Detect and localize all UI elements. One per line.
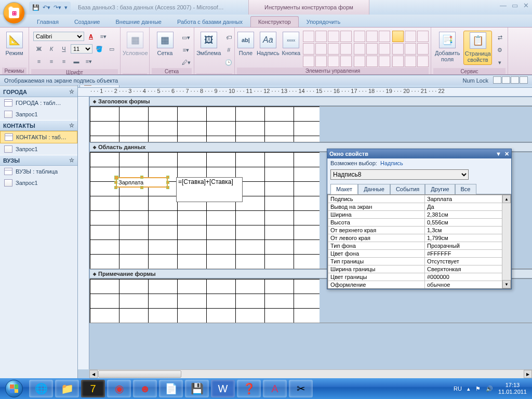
taskbar-app4[interactable]: 📄 [159, 380, 183, 397]
property-tab[interactable]: Макет [330, 184, 358, 194]
taskbar-app3[interactable]: ☻ [133, 380, 157, 397]
label-control-button[interactable]: AaНадпись [257, 31, 280, 65]
property-tab[interactable]: Другие [425, 184, 455, 194]
logo-button[interactable]: 🖼Эмблема [196, 31, 221, 65]
undo-icon[interactable]: ↶▾ [43, 4, 50, 11]
property-grid[interactable]: ПодписьЗарплатаВывод на экранДаШирина2,3… [327, 194, 511, 289]
bold-icon[interactable]: Ж [33, 43, 45, 55]
property-sheet-title-bar[interactable]: Окно свойств▼✕ [327, 149, 511, 158]
nav-item[interactable]: Запрос1 [0, 177, 77, 189]
minimize-button[interactable]: ― [500, 2, 507, 9]
horizontal-scrollbar[interactable]: ◀▶ [89, 369, 532, 378]
align-right-icon[interactable]: ≡ [58, 56, 70, 67]
nav-category[interactable]: КОНТАКТЫ☆ [0, 120, 77, 131]
pagenum-icon[interactable]: # [223, 44, 234, 56]
align-center-icon[interactable]: ≡ [46, 56, 57, 67]
taskbar-save[interactable]: 💾 [185, 380, 209, 397]
nav-category[interactable]: ВУЗЫ☆ [0, 155, 77, 166]
fill-color-icon[interactable]: 🪣 [94, 43, 105, 55]
taskbar-word[interactable]: W [211, 380, 235, 397]
taskbar-explorer[interactable]: 📁 [55, 380, 79, 397]
tray-chevron-icon[interactable]: ▴ [467, 385, 470, 392]
align-left-icon[interactable]: ≡ [33, 56, 45, 67]
subform-icon[interactable]: ▾ [494, 57, 506, 68]
prop-value[interactable]: Зарплата [425, 195, 511, 203]
font-color-icon[interactable]: A [85, 31, 97, 42]
form-header-section-bar[interactable]: Заголовок формы [89, 97, 532, 106]
object-selector[interactable]: Надпись8 [330, 169, 469, 180]
underline-icon[interactable]: Ч [58, 43, 70, 55]
grid-style-icon[interactable]: ≡▾ [180, 44, 192, 56]
prop-value[interactable]: #000000 [425, 273, 511, 281]
nav-category[interactable]: ГОРОДА☆ [0, 86, 77, 97]
view-button[interactable]: 📐Режим [2, 31, 26, 65]
ribbon-tab[interactable]: Главная [29, 16, 66, 27]
prop-value[interactable]: Прозрачный [425, 242, 511, 250]
nav-item[interactable]: Запрос1 [0, 143, 77, 155]
dropdown-icon[interactable]: ▼ [496, 151, 501, 157]
close-icon[interactable]: ✕ [504, 151, 509, 157]
redo-icon[interactable]: ↷▾ [54, 4, 61, 11]
start-button[interactable] [0, 378, 28, 399]
grid-color-icon[interactable]: 🖊▾ [180, 57, 192, 68]
property-tab[interactable]: События [390, 184, 425, 194]
prop-value[interactable]: 1,3см [425, 227, 511, 234]
font-name-select[interactable]: Calibri [33, 32, 84, 41]
action-center-icon[interactable]: ⚑ [475, 385, 481, 392]
taskbar-app1[interactable]: 7 [81, 380, 105, 397]
textbox-control-button[interactable]: ab|Поле [237, 31, 255, 65]
code-icon[interactable]: ⚙ [494, 44, 506, 56]
prop-value[interactable]: 2,381см [425, 211, 511, 219]
close-button[interactable]: ✕ [523, 2, 529, 9]
ribbon-tab[interactable]: Конструктор [250, 16, 299, 27]
prop-value[interactable]: 1,799см [425, 234, 511, 242]
taskbar-app2[interactable]: ◉ [107, 380, 131, 397]
line-style-icon[interactable]: ≡▾ [83, 56, 95, 67]
taskbar-help[interactable]: ❓ [237, 380, 261, 397]
add-fields-button[interactable]: 📑Добавить поля [433, 31, 461, 65]
taskbar-ie[interactable]: 🌐 [29, 380, 53, 397]
nav-item[interactable]: ВУЗЫ : таблица [0, 166, 77, 177]
italic-icon[interactable]: К [46, 43, 57, 55]
clock[interactable]: 17:1311.01.2011 [498, 382, 527, 395]
volume-icon[interactable]: 🔊 [486, 385, 493, 392]
ribbon-tab[interactable]: Создание [66, 16, 108, 27]
lang-indicator[interactable]: RU [454, 385, 462, 392]
font-size-select[interactable]: 11 [71, 44, 92, 54]
taskbar-snip[interactable]: ✂ [289, 380, 313, 397]
title-icon[interactable]: 🏷 [223, 32, 234, 43]
prop-value[interactable]: 0,556см [425, 219, 511, 227]
ribbon-tab[interactable]: Внешние данные [108, 16, 169, 27]
ribbon-tab[interactable]: Упорядочить [299, 16, 348, 27]
property-tab[interactable]: Все [455, 184, 476, 194]
prop-value[interactable]: Сверхтонкая [425, 265, 511, 273]
label-control[interactable]: Зарплата [116, 177, 168, 188]
tab-order-icon[interactable]: ⇄ [494, 32, 506, 43]
grid-button[interactable]: ▦Сетка [152, 31, 178, 65]
textbox-control[interactable]: =[Ставка]+[Ставка] [176, 177, 243, 202]
prop-value[interactable]: #FFFFFF [425, 250, 511, 258]
property-tab[interactable]: Данные [358, 184, 390, 194]
maximize-button[interactable]: ▭ [512, 2, 518, 9]
form-design-canvas[interactable]: Заголовок формы Область данных Зарплата … [78, 97, 532, 369]
view-switcher[interactable] [493, 76, 528, 85]
format-icon[interactable]: ▭ [106, 43, 117, 55]
nav-item[interactable]: Запрос1 [0, 109, 77, 120]
datetime-icon[interactable]: 🕒 [223, 57, 234, 68]
grid-width-icon[interactable]: ▭▾ [180, 32, 192, 43]
controls-gallery-3[interactable] [392, 31, 429, 67]
qat-dropdown-icon[interactable]: ▾ [64, 4, 68, 11]
controls-gallery[interactable] [303, 31, 352, 67]
save-icon[interactable]: 💾 [32, 4, 39, 11]
taskbar-access[interactable]: A [263, 380, 287, 397]
conditional-button[interactable]: ▦Условное [123, 31, 148, 65]
prop-value[interactable]: Да [425, 203, 511, 211]
align-group-icon[interactable]: ≡▾ [98, 31, 109, 42]
ribbon-tab[interactable]: Работа с базами данных [169, 16, 250, 27]
line-color-icon[interactable]: ▬ [71, 56, 82, 67]
controls-gallery-2[interactable] [354, 31, 390, 67]
prop-value[interactable]: Отсутствует [425, 258, 511, 265]
property-scrollbar[interactable]: ▲▼ [502, 195, 511, 288]
property-sheet-button[interactable]: 📋Страница свойств [463, 31, 492, 65]
button-control-button[interactable]: xxxxКнопка [282, 31, 301, 65]
